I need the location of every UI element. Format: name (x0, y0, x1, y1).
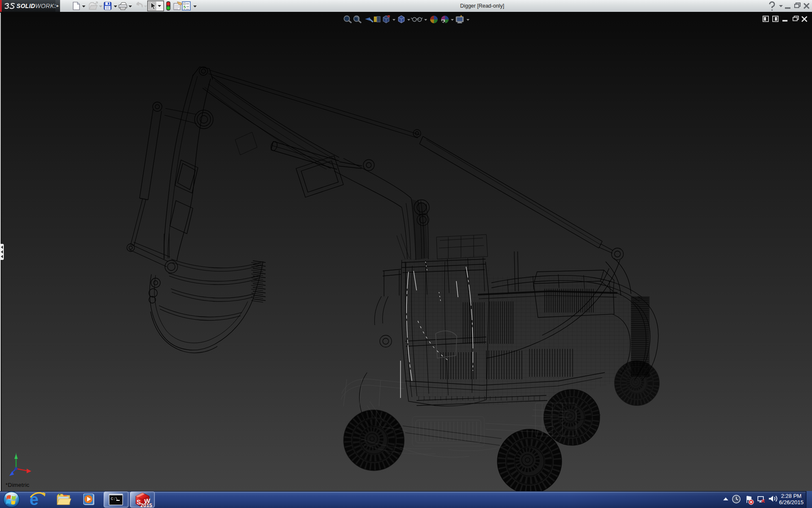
svg-text:2015: 2015 (140, 502, 152, 508)
